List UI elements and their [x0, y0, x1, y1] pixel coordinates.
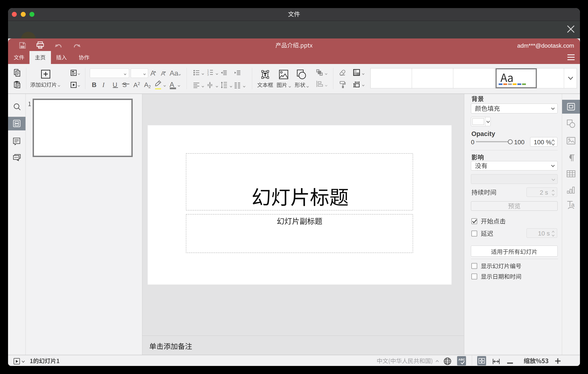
svg-text:3: 3 [207, 73, 209, 76]
svg-text:a: a [571, 201, 575, 208]
